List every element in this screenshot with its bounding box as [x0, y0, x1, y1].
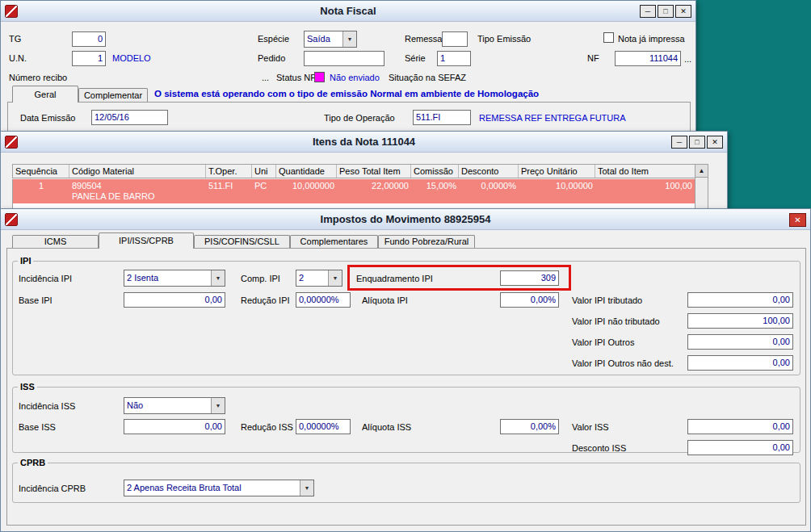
scroll-up-button[interactable]: ▲: [695, 165, 708, 178]
reducao-iss-input[interactable]: 0,00000%: [296, 419, 351, 434]
valor-ipi-outros-input[interactable]: 0,00: [687, 334, 793, 350]
col-peso-total-item: Peso Total Item: [337, 165, 411, 178]
incidencia-cprb-select[interactable]: 2 Apenas Receita Bruta Total ▼: [124, 480, 314, 496]
material-descricao: PANELA DE BARRO: [72, 191, 204, 202]
itens-grid-body: 1 890504 PANELA DE BARRO 511.FI PC 10,00…: [12, 179, 695, 210]
nota-ja-impressa-label: Nota já impressa: [618, 34, 685, 44]
serie-label: Série: [405, 53, 426, 64]
valor-ipi-outros-label: Valor IPI Outros: [572, 337, 634, 348]
enquadramento-ipi-input[interactable]: 309: [500, 270, 559, 286]
valor-ipi-tributado-input[interactable]: 0,00: [687, 292, 793, 308]
tab-complementares[interactable]: Complementares: [290, 235, 378, 248]
un-input[interactable]: 1: [72, 51, 106, 66]
aliquota-iss-input[interactable]: 0,00%: [500, 419, 559, 434]
aliquota-ipi-input[interactable]: 0,00%: [500, 292, 559, 308]
tab-complementar[interactable]: Complementar: [78, 88, 148, 102]
incidencia-iss-value: Não: [124, 398, 211, 413]
data-emissao-input[interactable]: 12/05/16: [91, 110, 168, 125]
impostos-window-title: Impostos do Movimento 88925954: [1, 209, 810, 230]
tab-icms[interactable]: ICMS: [12, 235, 99, 248]
window-controls: ─ □ ✕: [671, 136, 723, 149]
itens-scrollbar[interactable]: ▲: [695, 164, 708, 210]
pedido-label: Pedido: [258, 53, 285, 64]
itens-grid-header: Sequência Código Material T.Oper. Uni Qu…: [12, 164, 695, 178]
valor-ipi-nao-tributado-label: Valor IPI não tributado: [572, 316, 660, 327]
itens-titlebar[interactable]: Itens da Nota 111044 ─ □ ✕: [1, 132, 727, 153]
cell-comissao: 15,00%: [411, 179, 459, 203]
situacao-sefaz-label: Situação na SEFAZ: [389, 73, 466, 83]
codigo-material-valor: 890504: [72, 181, 204, 191]
maximize-button[interactable]: □: [689, 136, 705, 149]
base-ipi-label: Base IPI: [19, 295, 53, 306]
reducao-ipi-input[interactable]: 0,00000%: [296, 292, 351, 308]
item-row[interactable]: 1 890504 PANELA DE BARRO 511.FI PC 10,00…: [13, 179, 695, 203]
desconto-iss-input[interactable]: 0,00: [687, 440, 793, 455]
aliquota-ipi-label: Alíquota IPI: [362, 295, 408, 306]
base-ipi-input[interactable]: 0,00: [124, 292, 225, 308]
incidencia-iss-select[interactable]: Não ▼: [124, 397, 225, 414]
valor-ipi-nao-tributado-input[interactable]: 100,00: [687, 313, 793, 329]
window-nota-fiscal: Nota Fiscal ─ □ ✕ TG 0 Espécie Saída ▼ R…: [0, 0, 696, 137]
cell-sequencia: 1: [13, 179, 69, 203]
tab-fundo-pobreza-rural[interactable]: Fundo Pobreza/Rural: [378, 235, 475, 248]
valor-ipi-tributado-label: Valor IPI tributado: [572, 295, 642, 306]
col-t-oper: T.Oper.: [206, 165, 252, 178]
homologacao-message: O sistema está operando com o tipo de em…: [154, 89, 539, 99]
incidencia-iss-label: Incidência ISS: [19, 401, 75, 412]
remessa-label: Remessa: [405, 34, 442, 44]
valor-ipi-outros-nao-dest-label: Valor IPI Outros não dest.: [572, 358, 674, 369]
tipo-operacao-label: Tipo de Operação: [324, 113, 395, 124]
valor-iss-input[interactable]: 0,00: [687, 419, 793, 434]
cell-desconto: 0,0000%: [459, 179, 519, 203]
enquadramento-ipi-label: Enquadramento IPI: [356, 274, 433, 284]
minimize-button[interactable]: ─: [640, 5, 656, 18]
nf-input[interactable]: 111044: [615, 51, 681, 66]
col-desconto: Desconto: [459, 165, 519, 178]
aliquota-iss-label: Alíquota ISS: [362, 422, 411, 433]
impostos-titlebar[interactable]: Impostos do Movimento 88925954 ✕: [1, 209, 810, 230]
nf-label: NF: [587, 53, 599, 64]
tipo-emissao-label: Tipo Emissão: [477, 34, 531, 44]
especie-select[interactable]: Saída ▼: [304, 31, 357, 48]
iss-group: ISS: [12, 382, 800, 453]
maximize-button[interactable]: □: [658, 5, 674, 18]
chevron-down-icon: ▼: [342, 31, 356, 47]
tipo-operacao-input[interactable]: 511.FI: [413, 110, 471, 125]
cell-preco-unitario: 10,00000: [519, 179, 595, 203]
close-button[interactable]: ✕: [675, 5, 691, 18]
comp-ipi-select[interactable]: 2 ▼: [296, 270, 342, 287]
col-total-do-item: Total do Item: [595, 165, 695, 178]
nota-ja-impressa-checkbox[interactable]: [603, 32, 614, 43]
close-button[interactable]: ✕: [789, 213, 806, 227]
incidencia-ipi-select[interactable]: 2 Isenta ▼: [124, 270, 225, 287]
incidencia-ipi-label: Incidência IPI: [19, 274, 72, 284]
window-impostos-do-movimento: Impostos do Movimento 88925954 ✕ ICMS IP…: [0, 208, 811, 532]
status-nfe-swatch: [314, 72, 325, 82]
data-emissao-label: Data Emissão: [20, 113, 75, 124]
recibo-ellipsis-button[interactable]: ...: [262, 73, 269, 83]
close-button[interactable]: ✕: [707, 136, 723, 149]
remessa-input[interactable]: [442, 31, 468, 47]
chevron-down-icon: ▼: [211, 270, 225, 286]
tab-geral[interactable]: Geral: [12, 86, 78, 103]
desconto-iss-label: Desconto ISS: [572, 443, 626, 454]
base-iss-input[interactable]: 0,00: [124, 419, 225, 434]
col-codigo-material: Código Material: [69, 165, 206, 178]
cell-codigo-material: 890504 PANELA DE BARRO: [69, 179, 206, 203]
nf-ellipsis-button[interactable]: ...: [684, 54, 691, 65]
cprb-group-legend: CPRB: [18, 458, 48, 467]
tg-input[interactable]: 0: [72, 31, 106, 47]
tg-label: TG: [9, 34, 21, 44]
minimize-button[interactable]: ─: [671, 136, 687, 149]
tab-ipi-iss-cprb[interactable]: IPI/ISS/CPRB: [99, 232, 194, 249]
valor-ipi-outros-nao-dest-input[interactable]: 0,00: [687, 355, 793, 371]
window-controls: ─ □ ✕: [640, 5, 691, 18]
cell-t-oper: 511.FI: [206, 179, 252, 203]
tab-pis-cofins-csll[interactable]: PIS/COFINS/CSLL: [194, 235, 290, 248]
nota-fiscal-titlebar[interactable]: Nota Fiscal ─ □ ✕: [1, 1, 695, 22]
window-controls: ✕: [789, 213, 806, 227]
pedido-input[interactable]: [304, 51, 384, 66]
iss-group-legend: ISS: [18, 382, 37, 392]
reducao-iss-label: Redução ISS: [241, 422, 293, 433]
serie-input[interactable]: 1: [437, 51, 471, 66]
